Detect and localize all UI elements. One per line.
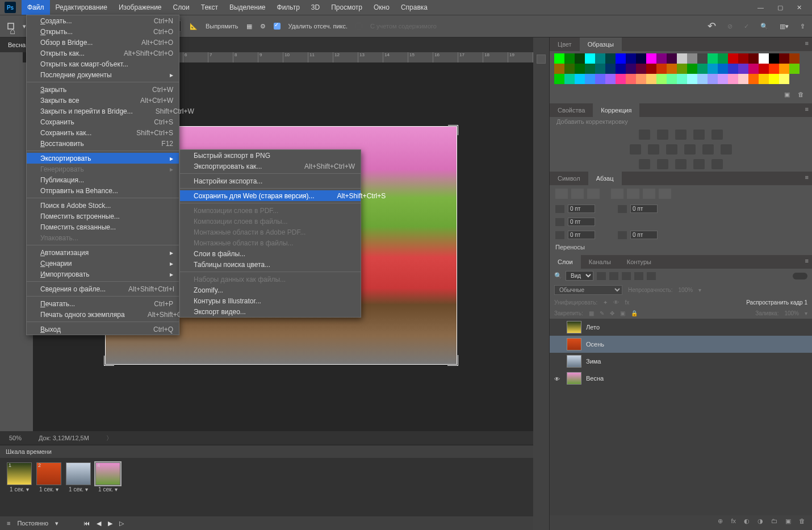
swatch[interactable] (728, 53, 738, 64)
workspace-icon[interactable]: ▥▾ (780, 23, 789, 30)
align-left-icon[interactable] (555, 189, 568, 199)
lock-paint-icon[interactable]: ✎ (600, 310, 604, 316)
menu-item[interactable]: Открыть...Ctrl+O (27, 26, 179, 37)
adj-invert-icon[interactable] (639, 159, 650, 169)
menu-item[interactable]: Открыть как...Alt+Shift+Ctrl+O (27, 48, 179, 59)
space-after-field[interactable] (630, 231, 658, 239)
adj-bw-icon[interactable] (666, 144, 677, 155)
layer-filter-select[interactable]: Вид (566, 271, 593, 281)
delete-layer-icon[interactable]: 🗑 (799, 518, 805, 528)
new-layer-icon[interactable]: ▣ (785, 518, 791, 528)
swatch[interactable] (769, 53, 779, 64)
indent-right-field[interactable] (630, 205, 658, 213)
adj-poster-icon[interactable] (657, 159, 668, 169)
menu-item[interactable]: Zoomify... (180, 285, 361, 295)
justify-right-icon[interactable] (643, 189, 655, 199)
swatch[interactable] (575, 74, 585, 84)
first-frame-icon[interactable]: ⏮ (83, 520, 90, 527)
filter-adj-icon[interactable] (609, 272, 618, 280)
swatch[interactable] (605, 53, 616, 64)
unify-position-icon[interactable]: ✦ (603, 299, 608, 306)
menu-item[interactable]: Слои в файлы... (180, 248, 361, 259)
swatch[interactable] (616, 53, 626, 64)
swatch[interactable] (595, 74, 605, 84)
history-dock-icon[interactable] (537, 55, 546, 64)
visibility-icon[interactable] (554, 375, 562, 381)
adj-hue-icon[interactable] (630, 144, 641, 155)
adjustment-layer-icon[interactable]: ◑ (757, 518, 763, 528)
menu-item[interactable]: Сценарии▸ (27, 258, 179, 269)
swatch[interactable] (789, 64, 800, 74)
menu-Файл[interactable]: Файл (22, 0, 50, 15)
swatch[interactable] (585, 53, 595, 64)
swatch[interactable] (708, 64, 718, 74)
menu-item[interactable]: Отправить на Behance... (27, 185, 179, 196)
swatch[interactable] (759, 64, 769, 74)
swatch[interactable] (697, 74, 708, 84)
swatch[interactable] (697, 64, 708, 74)
swatch[interactable] (575, 53, 585, 64)
filter-shape-icon[interactable] (634, 272, 643, 280)
align-right-icon[interactable] (587, 189, 600, 199)
lock-position-icon[interactable]: ✥ (610, 310, 614, 316)
adj-gradient-icon[interactable] (693, 159, 705, 169)
swatch[interactable] (748, 74, 759, 84)
swatch[interactable] (718, 64, 728, 74)
lock-pixels-icon[interactable]: ▦ (589, 310, 594, 316)
swatch[interactable] (626, 64, 636, 74)
swatch[interactable] (616, 64, 626, 74)
unify-visibility-icon[interactable]: 👁 (613, 299, 619, 306)
swatch[interactable] (769, 74, 779, 84)
share-icon[interactable]: ⇪ (800, 23, 805, 30)
loop-dropdown[interactable]: Постоянно (17, 520, 48, 527)
swatch[interactable] (738, 64, 748, 74)
swatch[interactable] (687, 53, 697, 64)
filter-smart-icon[interactable] (647, 272, 656, 280)
swatch[interactable] (595, 64, 605, 74)
status-arrow-icon[interactable]: 〉 (106, 434, 112, 443)
swatch[interactable] (759, 53, 769, 64)
swatch[interactable] (554, 53, 564, 64)
swatch[interactable] (748, 64, 759, 74)
swatch[interactable] (554, 64, 564, 74)
home-icon[interactable]: ⌂ (4, 24, 21, 39)
swatch[interactable] (677, 74, 687, 84)
adj-lut-icon[interactable] (721, 144, 732, 155)
new-swatch-icon[interactable]: ▣ (784, 91, 790, 101)
layer-row[interactable]: Осень (550, 336, 812, 353)
swatch[interactable] (626, 74, 636, 84)
unify-style-icon[interactable]: fx (625, 299, 629, 306)
search-icon[interactable]: 🔍 (760, 23, 768, 30)
adj-mixer-icon[interactable] (702, 144, 714, 155)
menu-Выделение[interactable]: Выделение (224, 0, 271, 15)
space-before-field[interactable] (568, 231, 595, 239)
adj-exposure-icon[interactable] (693, 130, 705, 140)
swatch[interactable] (738, 74, 748, 84)
swatch[interactable] (667, 74, 677, 84)
menu-Изображение[interactable]: Изображение (113, 0, 168, 15)
zoom-level[interactable]: 50% (9, 435, 22, 441)
menu-item[interactable]: Печать одного экземпляраAlt+Shift+Ctrl+P (27, 309, 179, 320)
swatch[interactable] (636, 64, 646, 74)
lock-all-icon[interactable]: 🔒 (631, 310, 638, 316)
panel-menu-icon[interactable]: ≡ (805, 40, 809, 47)
layer-mask-icon[interactable]: ◐ (744, 518, 750, 528)
timeline-options-icon[interactable]: ≡ (7, 520, 10, 527)
menu-item[interactable]: Быстрый экспорт в PNG (180, 150, 361, 161)
visibility-icon[interactable] (554, 341, 562, 347)
delete-swatch-icon[interactable]: 🗑 (798, 91, 804, 101)
timeline-frame[interactable]: 11 сек. ▾ (7, 462, 32, 493)
link-layers-icon[interactable]: ⊕ (718, 518, 723, 528)
adj-curves-icon[interactable] (675, 130, 687, 140)
menu-item[interactable]: ВыходCtrl+Q (27, 324, 179, 335)
adj-levels-icon[interactable] (657, 130, 668, 140)
justify-left-icon[interactable] (611, 189, 623, 199)
filter-type-icon[interactable] (622, 272, 631, 280)
menu-Фильтр[interactable]: Фильтр (271, 0, 305, 15)
menu-item[interactable]: ВосстановитьF12 (27, 138, 179, 149)
swatch[interactable] (626, 53, 636, 64)
play-icon[interactable]: ▶ (108, 520, 112, 527)
menu-item[interactable]: Сохранить как...Shift+Ctrl+S (27, 127, 179, 138)
swatch[interactable] (667, 64, 677, 74)
swatch[interactable] (708, 53, 718, 64)
